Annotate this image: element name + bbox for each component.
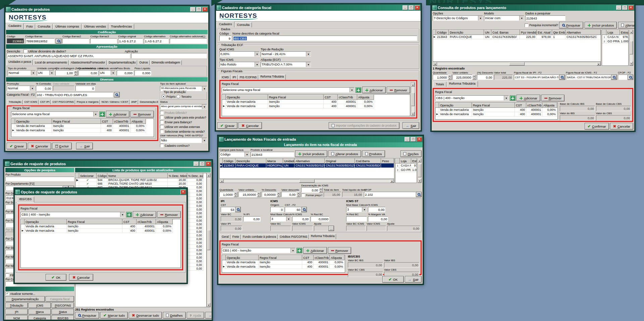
column-header[interactable]: Estoque	[620, 30, 629, 35]
column-header[interactable]: CST	[101, 119, 113, 124]
column-header[interactable]: Alternativo	[294, 159, 325, 164]
tool-status-button[interactable]: Status	[52, 309, 74, 315]
gravar-button[interactable]: ✔Gravar	[7, 143, 27, 149]
cancelar-button[interactable]: ✖Cancelar	[69, 274, 93, 281]
table-row[interactable]: Venda de mercadoriaIsenção4004000010,00%	[222, 100, 374, 104]
ok-button[interactable]: ✔OK	[46, 274, 66, 281]
column-header[interactable]	[433, 30, 436, 35]
column-header[interactable]: CST	[515, 103, 526, 108]
close-button[interactable]: ×	[202, 7, 208, 12]
chevron-down-icon[interactable]: ▾	[111, 71, 115, 75]
new-rule-button[interactable]	[297, 248, 302, 253]
column-header[interactable]: % Desc. Máximo	[168, 174, 187, 178]
column-header[interactable]: Descrição	[235, 159, 266, 164]
maximize-button[interactable]: □	[196, 7, 202, 12]
regra-fiscal-grid[interactable]: OperaçãoRegra FiscalCSTcClassTribAlíquot…	[11, 119, 154, 137]
column-header[interactable]: Original	[325, 159, 355, 164]
minimize-button[interactable]: _	[405, 137, 410, 142]
desoneracao-icms-field[interactable]: 0,00	[301, 187, 319, 193]
column-header[interactable]: cClassTrib	[526, 103, 542, 108]
chevron-down-icon[interactable]: ▾	[120, 212, 125, 217]
incluir-produtos-button[interactable]: Incluir produtos	[295, 150, 327, 157]
chevron-down-icon[interactable]: ▾	[504, 96, 508, 100]
sair-button[interactable]: →Sair	[405, 276, 422, 283]
tool-departamentalizacao-button[interactable]: Departamentalização	[5, 296, 45, 302]
titlebar[interactable]: Cadastro de produtos _□×	[5, 6, 208, 12]
cfop-search-button[interactable]	[416, 192, 422, 197]
adicionar-button[interactable]: Adicionar	[106, 111, 130, 118]
close-button[interactable]: ×	[415, 5, 420, 10]
chevron-down-icon[interactable]: ▾	[306, 52, 311, 56]
aplicacao-field[interactable]	[131, 53, 207, 58]
column-header[interactable]: Loja	[400, 159, 411, 164]
minimize-button[interactable]: _	[402, 5, 408, 10]
spinner[interactable]	[234, 192, 237, 197]
figura-icms-field[interactable]: SAÍDA - CST-0 TRIBUTADA INTEGRALMENTE	[566, 75, 611, 80]
adicionar-button[interactable]: Adicionar	[517, 95, 540, 101]
checkbox[interactable]	[160, 111, 164, 114]
column-header[interactable]: Peso	[381, 159, 394, 164]
table-row[interactable]: 1CASA N978,00	[602, 35, 629, 39]
checkbox[interactable]	[301, 193, 305, 197]
column-header[interactable]: Unidade	[283, 159, 294, 164]
column-header[interactable]: Operação	[226, 95, 268, 100]
table-row[interactable]: Venda de mercadoriaIsenção4004000010,00%	[436, 108, 557, 112]
column-header[interactable]	[222, 95, 226, 100]
status-select[interactable]: Ativo geral para compras e vendas▾	[160, 104, 207, 109]
minimize-button[interactable]: _	[190, 7, 196, 12]
column-header[interactable]: Pço Vendido	[520, 30, 537, 35]
maximize-button[interactable]: □	[622, 5, 628, 10]
qte-embalagem-field[interactable]: 1,00	[55, 70, 74, 76]
option-checkbox[interactable]: Utilizar grade para este produto?	[160, 116, 207, 119]
table-row[interactable]: 2GO PRIM1.000,00	[602, 39, 629, 44]
spinner[interactable]	[74, 70, 77, 76]
lojas-grid[interactable]: LojaEstoqueVenda1CASA N978,002GO PRIM1.0…	[602, 30, 629, 66]
scroll-right-icon[interactable]: ▸	[597, 62, 601, 65]
icms-mod-bc-select[interactable]: 3▾	[270, 216, 291, 222]
unidade-compra-select[interactable]: UN▾	[37, 70, 54, 76]
scroll-right-icon[interactable]: ▸	[390, 179, 394, 183]
table-row[interactable]: ▶Venda de mercadoriaIsenção4004000010,00…	[436, 112, 557, 117]
figura-ipi-search-button[interactable]	[559, 75, 565, 80]
chevron-down-icon[interactable]: ▾	[49, 71, 54, 75]
tab[interactable]: ANP	[130, 100, 138, 104]
remover-button[interactable]: Remover	[328, 247, 352, 254]
column-header[interactable]	[220, 159, 223, 164]
remover-button[interactable]: Remover	[130, 111, 154, 118]
regra-fiscal-grid[interactable]: OperaçãoRegra FiscalCSTcClassTribAlíquot…	[222, 94, 410, 116]
checkbox[interactable]	[160, 125, 164, 129]
table-row[interactable]: Venda de mercadoriaIsenção4004000010,00%	[12, 124, 146, 128]
tab[interactable]: Consulta	[235, 22, 252, 28]
close-button[interactable]: ×	[628, 5, 634, 10]
chevron-down-icon[interactable]: ▾	[202, 104, 207, 109]
tab[interactable]: NCM / Gênero / CEST	[100, 100, 130, 104]
codigo-barras-field[interactable]: 789938819052	[25, 38, 55, 44]
vertical-scrollbar[interactable]: ▴▾	[629, 30, 633, 66]
tab[interactable]: Reforma Tributária	[259, 74, 285, 80]
categoria-fiscal-field[interactable]: 102 - TRIBUTADO PELO SIMPLES	[36, 92, 113, 97]
tab[interactable]: Frete	[231, 234, 241, 239]
categoria-search-button[interactable]	[114, 92, 120, 97]
peso-liquido-field[interactable]: 0,000	[135, 70, 151, 76]
regra-fiscal-select[interactable]: Selecione uma regra fiscal▾	[11, 111, 98, 117]
checkbox[interactable]	[23, 49, 27, 53]
remover-button[interactable]: Remover	[387, 87, 410, 93]
produtos-grid[interactable]: CódigoDescriçãoUNCod. BarrasPço VendidoE…	[433, 30, 601, 62]
produtos-button[interactable]: Produtos	[362, 150, 385, 157]
column-header[interactable]: Descrição	[449, 30, 484, 35]
tab[interactable]: Reforma Tributária	[309, 234, 336, 239]
chevron-down-icon[interactable]: ▾	[202, 86, 207, 91]
close-button[interactable]: ×	[417, 137, 422, 142]
new-rule-button[interactable]	[356, 87, 361, 93]
icms-st-mod-bc-select[interactable]: 3▾	[346, 207, 367, 212]
itens-grid[interactable]: CódigoDescriçãoMarcaUnidadeAlternativoOr…	[219, 158, 394, 179]
adicionar-button[interactable]: Adicionar	[303, 247, 327, 254]
quantidade-field[interactable]: 1,0000	[219, 192, 234, 197]
lojas-grid[interactable]: LojaEstoque1CASA N978,002GO PRIM1.000,00	[395, 158, 417, 183]
tab[interactable]: Local de armazenamento	[33, 60, 69, 65]
table-row[interactable]: ▶Venda de mercadoriaIsenção4004000010,00…	[21, 229, 173, 233]
produto-localizar-field[interactable]: 213943	[251, 152, 294, 157]
scroll-down-icon[interactable]: ▾	[411, 112, 415, 116]
checkbox[interactable]	[5, 292, 9, 295]
chevron-down-icon[interactable]: ▾	[362, 207, 367, 212]
